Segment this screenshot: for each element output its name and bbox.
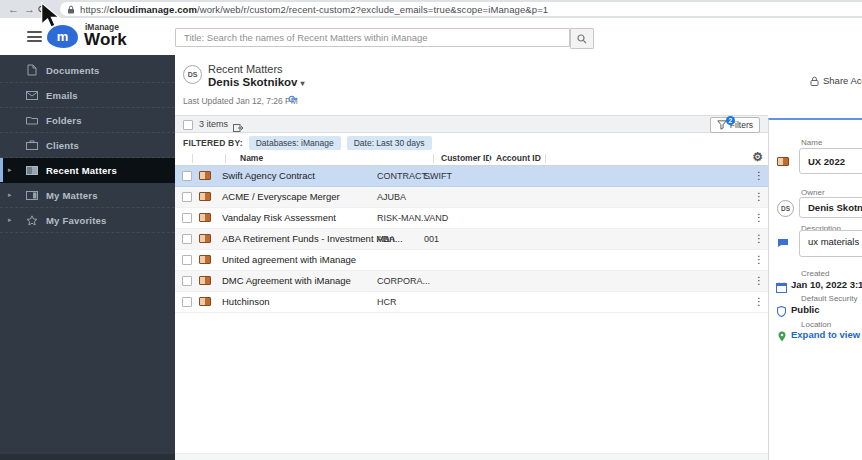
sidebar: Documents Emails Folders Clients ▸ Recen… xyxy=(0,55,175,460)
row-checkbox[interactable] xyxy=(182,213,192,223)
sidebar-bottom-edge xyxy=(0,454,175,460)
app-window: ← → ⟳ https://cloudimanage.com/work/web/… xyxy=(0,0,862,460)
comment-icon xyxy=(777,234,789,252)
browser-back-icon[interactable]: ← xyxy=(8,1,19,17)
table-row[interactable]: ABA Retirement Funds - Investment Man...… xyxy=(175,229,768,250)
owner-field[interactable]: Denis Skotnikov xyxy=(799,197,862,218)
row-menu-kebab-icon[interactable]: ⋮ xyxy=(754,292,763,312)
row-checkbox[interactable] xyxy=(182,234,192,244)
matter-name[interactable]: Hutchinson xyxy=(222,292,270,312)
owner-field-label: Owner xyxy=(801,188,825,197)
share-access-button[interactable]: Share Access xyxy=(810,75,862,86)
matter-name[interactable]: United agreement with iManage xyxy=(222,250,356,270)
security-field-label: Default Security xyxy=(801,294,857,303)
browser-forward-icon[interactable]: → xyxy=(24,1,35,17)
row-checkbox[interactable] xyxy=(182,297,192,307)
matter-name[interactable]: ABA Retirement Funds - Investment Man... xyxy=(222,229,403,249)
matter-icon xyxy=(199,234,211,243)
avatar: DS xyxy=(183,65,202,84)
briefcase-icon xyxy=(25,140,38,150)
customer-id-cell: CORPORA... xyxy=(377,271,430,291)
row-menu-kebab-icon[interactable]: ⋮ xyxy=(754,208,763,228)
row-menu-kebab-icon[interactable]: ⋮ xyxy=(754,166,763,186)
column-header-name[interactable]: Name xyxy=(240,153,263,163)
table-row[interactable]: United agreement with iManage ⋮ xyxy=(175,250,768,271)
expand-location-link[interactable]: Expand to view location xyxy=(791,329,862,340)
filter-chip-date[interactable]: Date: Last 30 days xyxy=(347,136,432,150)
row-checkbox[interactable] xyxy=(182,192,192,202)
expand-caret-icon[interactable]: ▸ xyxy=(8,216,12,224)
email-icon xyxy=(25,91,38,100)
items-count: 3 items xyxy=(199,119,228,129)
main-content: DS Recent Matters Denis Skotnikov▾ Last … xyxy=(175,55,768,460)
row-checkbox[interactable] xyxy=(182,255,192,265)
expand-caret-icon[interactable]: ▸ xyxy=(8,166,12,174)
table-row[interactable]: Vandalay Risk Assessment RISK-MAN... VAN… xyxy=(175,208,768,229)
search-button[interactable] xyxy=(570,28,594,49)
calendar-icon xyxy=(776,279,787,297)
sidebar-item-label: Folders xyxy=(46,115,82,126)
sidebar-item-label: Emails xyxy=(46,90,78,101)
select-all-checkbox[interactable] xyxy=(183,120,193,130)
sidebar-item-emails[interactable]: Emails xyxy=(0,83,175,108)
name-field-label: Name xyxy=(801,138,822,147)
table-row[interactable]: DMC Agreement with iManage CORPORA... ⋮ xyxy=(175,271,768,292)
mouse-cursor xyxy=(39,2,61,30)
row-menu-kebab-icon[interactable]: ⋮ xyxy=(754,250,763,270)
selection-toolbar: 3 items 2 Filters xyxy=(175,115,768,133)
matter-name[interactable]: DMC Agreement with iManage xyxy=(222,271,351,291)
column-divider xyxy=(433,154,434,163)
column-header-customer-id[interactable]: Customer ID xyxy=(441,153,492,163)
account-id-cell: VAND xyxy=(424,208,448,228)
table-row[interactable]: Hutchinson HCR ⋮ xyxy=(175,292,768,313)
table-row[interactable]: ACME / Everyscape Merger AJUBA ⋮ xyxy=(175,187,768,208)
column-header-account-id[interactable]: Account ID xyxy=(496,153,541,163)
filters-count-badge: 2 xyxy=(726,116,735,125)
share-access-label: Share Access xyxy=(823,75,862,86)
lock-icon xyxy=(810,76,819,86)
sidebar-item-documents[interactable]: Documents xyxy=(0,58,175,83)
row-menu-kebab-icon[interactable]: ⋮ xyxy=(754,187,763,207)
security-value: Public xyxy=(791,304,820,315)
name-field[interactable]: UX 2022 xyxy=(799,148,862,174)
sidebar-item-label: My Matters xyxy=(46,190,98,201)
refresh-icon[interactable]: ⟳ xyxy=(288,93,297,106)
chevron-down-icon: ▾ xyxy=(300,79,304,88)
filtered-by-label: FILTERED BY: xyxy=(183,138,243,148)
matter-name[interactable]: Vandalay Risk Assessment xyxy=(222,208,336,228)
sidebar-item-my-favorites[interactable]: ▸ My Favorites xyxy=(0,208,175,233)
shield-icon xyxy=(777,303,786,321)
expand-caret-icon[interactable]: ▸ xyxy=(8,191,12,199)
table-row[interactable]: Swift Agency Contract CONTRACT... SWIFT … xyxy=(175,166,768,187)
row-checkbox[interactable] xyxy=(182,171,192,181)
filter-chip-databases[interactable]: Databases: iManage xyxy=(249,136,341,150)
column-settings-gear-icon[interactable]: ⚙ xyxy=(752,150,763,164)
matter-icon xyxy=(199,276,211,285)
matter-icon xyxy=(199,297,211,306)
url-input[interactable]: https://cloudimanage.com/work/web/r/cust… xyxy=(60,2,862,16)
sidebar-item-recent-matters[interactable]: ▸ Recent Matters xyxy=(0,158,175,183)
customer-id-cell: HCR xyxy=(377,292,397,312)
bottom-scrollbar-track[interactable] xyxy=(175,453,768,460)
star-icon xyxy=(25,215,38,226)
row-menu-kebab-icon[interactable]: ⋮ xyxy=(754,229,763,249)
matter-name[interactable]: Swift Agency Contract xyxy=(222,166,315,186)
folder-icon xyxy=(25,115,38,125)
sidebar-item-my-matters[interactable]: ▸ My Matters xyxy=(0,183,175,208)
owner-dropdown[interactable]: Denis Skotnikov▾ xyxy=(208,76,304,88)
row-menu-kebab-icon[interactable]: ⋮ xyxy=(754,271,763,291)
matter-name[interactable]: ACME / Everyscape Merger xyxy=(222,187,340,207)
document-icon xyxy=(25,64,38,76)
hamburger-menu-icon[interactable] xyxy=(27,31,42,42)
sidebar-item-clients[interactable]: Clients xyxy=(0,133,175,158)
row-checkbox[interactable] xyxy=(182,276,192,286)
sidebar-item-folders[interactable]: Folders xyxy=(0,108,175,133)
column-divider xyxy=(225,154,226,163)
account-id-cell: SWIFT xyxy=(424,166,452,186)
matter-details-panel: Name UX 2022 Owner DS Denis Skotnikov De… xyxy=(768,118,862,460)
description-field[interactable]: ux materials xyxy=(799,230,862,257)
search-input[interactable] xyxy=(175,28,570,47)
browser-address-bar: ← → ⟳ https://cloudimanage.com/work/web/… xyxy=(0,0,862,18)
filters-button[interactable]: 2 Filters xyxy=(710,117,760,133)
sidebar-item-label: Documents xyxy=(46,65,100,76)
